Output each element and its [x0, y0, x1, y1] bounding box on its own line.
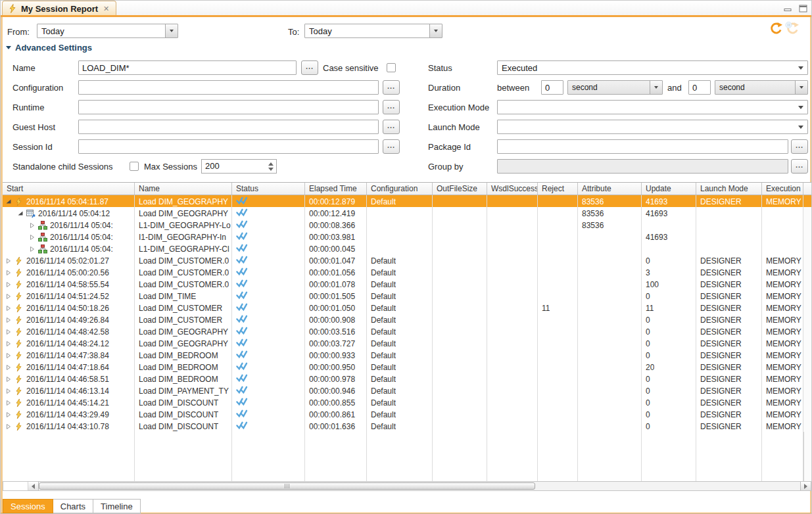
expander-collapsed-icon[interactable] [5, 400, 12, 406]
package-id-input[interactable] [497, 139, 788, 154]
expander-collapsed-icon[interactable] [5, 293, 12, 300]
expander-collapsed-icon[interactable] [5, 258, 12, 264]
group-by-browse-button[interactable]: ... [791, 159, 808, 174]
expander-expanded-icon[interactable] [5, 199, 12, 205]
duration-from-unit-combobox[interactable]: second [567, 80, 663, 95]
table-row[interactable]: 2016/11/14 05:00:20.56Load DIM_CUSTOMER.… [3, 266, 811, 278]
expander-expanded-icon[interactable] [17, 210, 24, 217]
configuration-browse-button[interactable]: ... [383, 80, 400, 95]
expander-collapsed-icon[interactable] [5, 317, 12, 323]
table-row[interactable]: 2016/11/14 04:51:24.52Load DIM_TIME00:00… [3, 290, 811, 302]
view-tab-my-session-report[interactable]: My Session Report ✕ [2, 1, 116, 16]
maximize-view-icon[interactable] [799, 3, 807, 15]
table-row[interactable]: 2016/11/14 05:04:L1-DIM_GEOGRAPHY-Lo00:0… [3, 219, 811, 231]
duration-from-unit-arrow-icon[interactable] [650, 81, 662, 94]
expander-collapsed-icon[interactable] [29, 234, 36, 241]
guest-host-input[interactable] [78, 120, 379, 134]
table-row[interactable]: 2016/11/14 04:43:10.78Load DIM_DISCOUNT0… [3, 420, 811, 432]
configuration-input[interactable] [78, 80, 379, 95]
column-header-name[interactable]: Name [135, 183, 232, 195]
table-row[interactable]: 2016/11/14 04:47:38.84Load DIM_BEDROOM00… [3, 349, 811, 361]
session-id-input[interactable] [78, 139, 379, 154]
runtime-browse-button[interactable]: ... [383, 100, 400, 114]
column-header-attribute[interactable]: Attribute [578, 183, 642, 195]
package-id-browse-button[interactable]: ... [791, 139, 808, 154]
column-header-update[interactable]: Update [642, 183, 696, 195]
launch-mode-arrow-icon[interactable] [794, 126, 807, 129]
table-row[interactable]: 2016/11/14 05:04:I1-DIM_GEOGRAPHY-In00:0… [3, 231, 811, 243]
duration-to-input[interactable] [688, 80, 711, 95]
expander-collapsed-icon[interactable] [5, 423, 12, 430]
table-row[interactable]: 2016/11/14 04:50:18.26Load DIM_CUSTOMER0… [3, 302, 811, 314]
bottom-tab-charts[interactable]: Charts [53, 499, 93, 513]
expander-collapsed-icon[interactable] [5, 411, 12, 418]
advanced-settings-header[interactable]: Advanced Settings [6, 43, 92, 53]
expander-collapsed-icon[interactable] [5, 305, 12, 312]
to-dropdown-arrow-icon[interactable] [429, 24, 442, 37]
duration-from-input[interactable] [541, 80, 563, 95]
minimize-view-icon[interactable] [784, 3, 792, 15]
status-dropdown-arrow-icon[interactable] [794, 66, 807, 70]
expander-collapsed-icon[interactable] [5, 281, 12, 288]
execution-mode-arrow-icon[interactable] [794, 106, 807, 109]
case-sensitive-checkbox[interactable] [387, 63, 396, 72]
column-header-configuration[interactable]: Configuration [367, 183, 433, 195]
session-id-browse-button[interactable]: ... [383, 139, 400, 154]
table-row[interactable]: 2016/11/14 04:43:29.49Load DIM_DISCOUNT0… [3, 408, 811, 420]
standalone-checkbox[interactable] [130, 162, 139, 171]
from-date-combobox[interactable]: Today [37, 24, 178, 38]
auto-refresh-paused-icon[interactable] [785, 22, 800, 35]
expander-collapsed-icon[interactable] [5, 364, 12, 371]
name-browse-button[interactable]: ... [301, 60, 318, 75]
expander-collapsed-icon[interactable] [5, 352, 12, 359]
scroll-right-icon[interactable] [800, 482, 811, 490]
column-header-reject[interactable]: Reject [538, 183, 578, 195]
table-row[interactable]: 2016/11/14 05:02:01.27Load DIM_CUSTOMER.… [3, 254, 811, 266]
horizontal-scrollbar[interactable] [3, 481, 811, 491]
refresh-icon[interactable] [769, 22, 783, 35]
status-combobox[interactable]: Executed [497, 60, 808, 75]
scrollbar-track[interactable] [535, 482, 800, 490]
guest-host-browse-button[interactable]: ... [383, 120, 400, 134]
column-header-wsdlSuccess[interactable]: WsdlSuccess [487, 183, 538, 195]
expander-collapsed-icon[interactable] [29, 246, 36, 252]
spinner-up-icon[interactable] [268, 162, 274, 166]
table-row[interactable]: 2016/11/14 04:49:26.84Load DIM_CUSTOMER0… [3, 314, 811, 325]
expander-collapsed-icon[interactable] [5, 269, 12, 276]
table-row[interactable]: 2016/11/14 04:58:55.54Load DIM_CUSTOMER.… [3, 278, 811, 290]
table-row[interactable]: 2016/11/14 05:04:L1-DIM_GEOGRAPHY-Cl00:0… [3, 243, 811, 254]
max-sessions-stepper[interactable]: 200 [201, 159, 277, 174]
from-dropdown-arrow-icon[interactable] [165, 24, 178, 37]
table-row[interactable]: 2016/11/14 04:46:13.14Load DIM_PAYMENT_T… [3, 385, 811, 396]
table-row[interactable]: 2016/11/14 04:45:14.21Load DIM_DISCOUNT0… [3, 396, 811, 408]
expander-collapsed-icon[interactable] [5, 329, 12, 335]
expander-collapsed-icon[interactable] [5, 340, 12, 347]
table-row[interactable]: 2016/11/14 04:48:24.12Load DIM_GEOGRAPHY… [3, 337, 811, 349]
vertical-scrollbar[interactable] [803, 432, 811, 481]
column-header-outFileSize[interactable]: OutFileSize [433, 183, 487, 195]
expander-collapsed-icon[interactable] [29, 222, 36, 229]
close-tab-icon[interactable]: ✕ [102, 5, 109, 13]
launch-mode-combobox[interactable] [497, 120, 808, 134]
column-header-start[interactable]: Start [3, 183, 135, 195]
table-row[interactable]: 2016/11/14 04:47:18.64Load DIM_BEDROOM00… [3, 361, 811, 373]
column-header-executionMode[interactable]: Execution [762, 183, 803, 195]
duration-to-unit-combobox[interactable]: second [715, 80, 808, 95]
expander-collapsed-icon[interactable] [5, 388, 12, 394]
table-row[interactable]: 2016/11/14 05:04:11.87Load DIM_GEOGRAPHY… [3, 195, 811, 207]
name-input[interactable] [78, 60, 297, 75]
bottom-tab-sessions[interactable]: Sessions [3, 499, 53, 513]
runtime-input[interactable] [78, 100, 379, 114]
bottom-tab-timeline[interactable]: Timeline [93, 499, 141, 513]
duration-to-unit-arrow-icon[interactable] [795, 81, 807, 94]
scroll-left-icon[interactable] [28, 482, 39, 490]
scrollbar-thumb[interactable] [39, 482, 535, 490]
table-row[interactable]: 2016/11/14 04:46:58.51Load DIM_BEDROOM00… [3, 373, 811, 385]
column-header-launchMode[interactable]: Launch Mode [696, 183, 762, 195]
table-row[interactable]: 2016/11/14 04:48:42.58Load DIM_GEOGRAPHY… [3, 325, 811, 337]
column-header-status[interactable]: Status [232, 183, 305, 195]
spinner-down-icon[interactable] [268, 168, 274, 171]
table-row[interactable]: 2016/11/14 05:04:12Load DIM_GEOGRAPHY00:… [3, 207, 811, 219]
execution-mode-combobox[interactable] [497, 100, 808, 114]
column-header-elapsed[interactable]: Elapsed Time [305, 183, 367, 195]
